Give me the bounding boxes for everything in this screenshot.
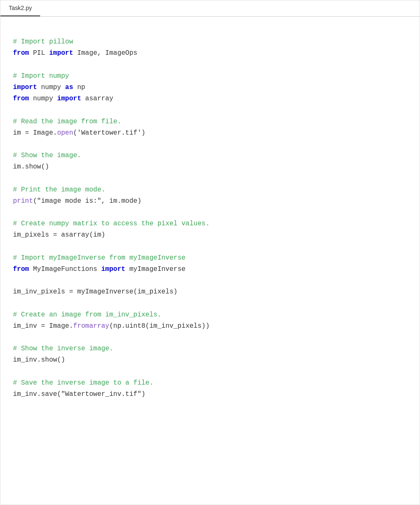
code-line: # Show the image. — [13, 150, 407, 161]
comment-token: # Show the inverse image. — [13, 345, 113, 352]
builtin-token: fromarray — [73, 322, 109, 330]
tab-task2py[interactable]: Task2.py — [0, 0, 40, 16]
code-line — [13, 366, 407, 377]
code-line — [13, 105, 407, 116]
normal-token: im_inv_pixels = myImageInverse(im_pixels… — [13, 288, 178, 296]
keyword-token: import — [101, 265, 125, 273]
comment-token: # Print the image mode. — [13, 186, 105, 194]
code-area[interactable]: # Import pillowfrom PIL import Image, Im… — [0, 17, 420, 420]
keyword-token: as — [65, 84, 73, 91]
normal-token: (np.uint8(im_inv_pixels)) — [109, 322, 209, 330]
code-line — [13, 173, 407, 184]
code-line: # Import numpy — [13, 71, 407, 82]
code-line: im_pixels = asarray(im) — [13, 230, 407, 241]
code-line: im_inv_pixels = myImageInverse(im_pixels… — [13, 286, 407, 298]
code-line: # Show the inverse image. — [13, 343, 407, 355]
comment-token: # Import pillow — [13, 38, 73, 46]
keyword-token: from — [13, 49, 29, 57]
builtin-token: open — [57, 129, 73, 137]
normal-token: MyImageFunctions — [29, 265, 101, 273]
code-line — [13, 59, 407, 71]
code-line: import numpy as np — [13, 82, 407, 93]
comment-token: # Import myImageInverse from myImageInve… — [13, 254, 186, 262]
code-line — [13, 332, 407, 343]
normal-token: ("image mode is:", im.mode) — [33, 197, 141, 205]
keyword-token: from — [13, 265, 29, 273]
code-line: # Create numpy matrix to access the pixe… — [13, 218, 407, 230]
code-line: print("image mode is:", im.mode) — [13, 196, 407, 207]
keyword-token: import — [13, 84, 37, 91]
code-line: # Read the image from file. — [13, 116, 407, 128]
code-line — [13, 275, 407, 286]
normal-token: myImageInverse — [125, 265, 186, 273]
editor-container: Task2.py # Import pillowfrom PIL import … — [0, 0, 420, 505]
code-line — [13, 241, 407, 252]
keyword-token: from — [13, 95, 29, 102]
normal-token: im_inv = Image. — [13, 322, 73, 330]
normal-token: numpy — [29, 95, 57, 102]
code-line: im.show() — [13, 161, 407, 173]
keyword-token: import — [49, 49, 73, 57]
comment-token: # Create numpy matrix to access the pixe… — [13, 220, 209, 227]
code-line: im = Image.open('Watertower.tif') — [13, 128, 407, 139]
keyword-token: import — [57, 95, 81, 102]
code-line — [13, 139, 407, 150]
normal-token: im_pixels = asarray(im) — [13, 231, 105, 239]
normal-token: ('Watertower.tif') — [73, 129, 145, 137]
normal-token: np — [73, 84, 85, 91]
code-line: from MyImageFunctions import myImageInve… — [13, 264, 407, 275]
normal-token: im.show() — [13, 163, 49, 171]
code-line: # Print the image mode. — [13, 184, 407, 196]
code-line: # Import myImageInverse from myImageInve… — [13, 252, 407, 264]
tab-bar: Task2.py — [0, 0, 420, 17]
comment-token: # Read the image from file. — [13, 118, 121, 125]
code-line: im_inv.save("Watertower_inv.tif") — [13, 389, 407, 400]
normal-token: im_inv.save("Watertower_inv.tif") — [13, 390, 145, 398]
normal-token: im_inv.show() — [13, 356, 65, 364]
code-line: im_inv.show() — [13, 355, 407, 366]
code-line: from numpy import asarray — [13, 93, 407, 105]
code-line — [13, 207, 407, 218]
code-line: # Save the inverse image to a file. — [13, 377, 407, 389]
code-line: # Create an image from im_inv_pixels. — [13, 309, 407, 321]
code-line: from PIL import Image, ImageOps — [13, 48, 407, 59]
code-line: im_inv = Image.fromarray(np.uint8(im_inv… — [13, 321, 407, 332]
comment-token: # Save the inverse image to a file. — [13, 379, 153, 387]
code-line — [13, 25, 407, 36]
code-line: # Import pillow — [13, 36, 407, 48]
normal-token: PIL — [29, 49, 49, 57]
normal-token: Image, ImageOps — [73, 49, 137, 57]
builtin-token: print — [13, 197, 33, 205]
comment-token: # Show the image. — [13, 152, 81, 159]
comment-token: # Import numpy — [13, 72, 69, 80]
code-line — [13, 298, 407, 309]
code-line — [13, 400, 407, 411]
normal-token: numpy — [37, 84, 65, 91]
normal-token: im = Image. — [13, 129, 57, 137]
normal-token: asarray — [81, 95, 113, 102]
comment-token: # Create an image from im_inv_pixels. — [13, 311, 161, 319]
